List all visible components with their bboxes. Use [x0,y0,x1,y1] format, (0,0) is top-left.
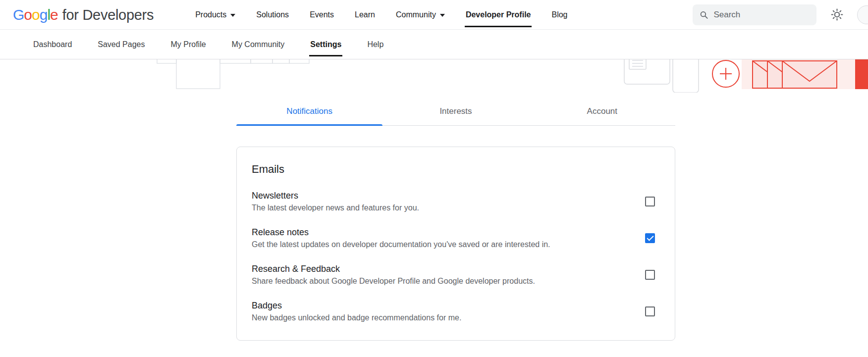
chevron-down-icon [440,14,445,17]
setting-description: New badges unlocked and badge recommenda… [252,313,461,322]
profile-subnav: Dashboard Saved Pages My Profile My Comm… [0,30,868,59]
avatar[interactable] [857,5,868,24]
card-title: Emails [252,163,658,176]
subnav-item-my-community[interactable]: My Community [232,30,285,59]
search-box[interactable] [693,4,816,25]
logo-suffix: for Developers [62,7,154,23]
subnav-item-settings[interactable]: Settings [310,30,341,59]
nav-label: Blog [551,10,567,19]
chevron-down-icon [230,14,235,17]
sun-icon [831,8,843,21]
nav-label: Community [396,10,436,19]
subnav-label: My Profile [170,40,206,49]
decorative-grid-squares [157,59,310,93]
logo-letter: o [32,6,40,23]
setting-row-release-notes: Release notes Get the latest updates on … [252,227,658,249]
setting-row-badges: Badges New badges unlocked and badge rec… [252,301,658,322]
setting-title: Newsletters [252,191,419,201]
tab-interests[interactable]: Interests [382,100,529,125]
setting-text: Newsletters The latest developer news an… [252,191,419,212]
search-icon [700,10,708,20]
research-feedback-checkbox[interactable] [645,270,655,280]
top-header: Google for Developers Products Solutions… [0,0,868,30]
setting-row-research-feedback: Research & Feedback Share feedback about… [252,264,658,286]
nav-label: Solutions [256,10,289,19]
nav-item-developer-profile[interactable]: Developer Profile [466,0,531,29]
settings-tabs: Notifications Interests Account [236,100,675,126]
subnav-label: My Community [232,40,285,49]
release-notes-checkbox[interactable] [645,233,655,243]
nav-label: Events [310,10,334,19]
tab-notifications[interactable]: Notifications [236,100,382,125]
nav-item-community[interactable]: Community [396,0,445,29]
subnav-item-saved-pages[interactable]: Saved Pages [98,30,145,59]
logo-letter: G [13,6,24,23]
decorative-red-bar [855,59,868,89]
decorative-card-outline [622,59,704,93]
decorative-banner [0,59,868,93]
setting-title: Release notes [252,227,550,238]
newsletters-checkbox[interactable] [645,197,655,206]
nav-item-solutions[interactable]: Solutions [256,0,289,29]
nav-item-blog[interactable]: Blog [551,0,567,29]
setting-description: The latest developer news and features f… [252,204,419,212]
subnav-label: Dashboard [33,40,72,49]
setting-title: Badges [252,301,461,311]
setting-text: Badges New badges unlocked and badge rec… [252,301,461,322]
theme-toggle-button[interactable] [829,7,844,22]
subnav-item-my-profile[interactable]: My Profile [170,30,206,59]
subnav-item-help[interactable]: Help [367,30,383,59]
setting-text: Release notes Get the latest updates on … [252,227,550,249]
subnav-item-dashboard[interactable]: Dashboard [33,30,72,59]
google-developers-logo[interactable]: Google for Developers [13,6,154,23]
nav-label: Learn [355,10,375,19]
add-circle-icon [712,60,740,88]
emails-card: Emails Newsletters The latest developer … [236,147,675,341]
setting-title: Research & Feedback [252,264,535,274]
subnav-label: Help [367,40,383,49]
google-logo-text: Google [13,6,58,23]
badges-checkbox[interactable] [645,306,655,316]
nav-item-products[interactable]: Products [195,0,235,29]
subnav-label: Settings [310,40,341,49]
subnav-label: Saved Pages [98,40,145,49]
decorative-envelopes [742,59,855,89]
setting-description: Share feedback about Google Developer Pr… [252,277,535,286]
logo-letter: g [40,6,48,23]
logo-letter: o [24,6,32,23]
primary-nav: Products Solutions Events Learn Communit… [195,0,567,29]
nav-label: Developer Profile [466,10,531,19]
nav-item-learn[interactable]: Learn [355,0,375,29]
setting-description: Get the latest updates on developer docu… [252,240,550,249]
search-input[interactable] [713,10,810,20]
logo-letter: e [50,6,58,23]
header-actions [693,4,868,25]
setting-text: Research & Feedback Share feedback about… [252,264,535,286]
setting-row-newsletters: Newsletters The latest developer news an… [252,191,658,212]
nav-label: Products [195,10,226,19]
nav-item-events[interactable]: Events [310,0,334,29]
tab-account[interactable]: Account [529,100,675,125]
